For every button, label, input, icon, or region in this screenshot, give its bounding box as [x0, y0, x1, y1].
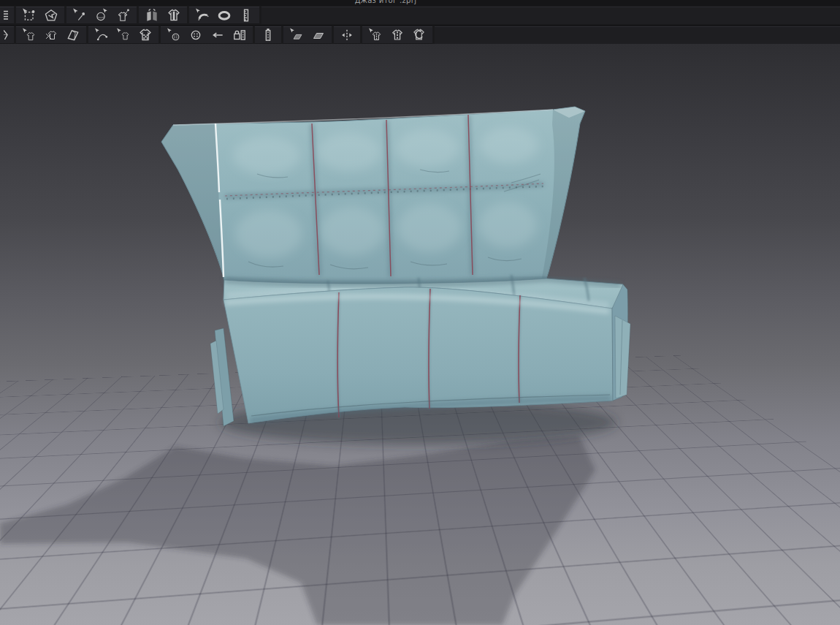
toolbar-group-arrangement: [139, 7, 187, 24]
tack-on-avatar-tool-button[interactable]: [164, 7, 183, 23]
symmetric-arrange-tool-button[interactable]: [337, 27, 356, 43]
marvelous-designer-window: Джаз итог .zprj: [0, 0, 840, 625]
attach-buttonhole-tool-button[interactable]: [208, 27, 227, 43]
ruler-icon: [239, 8, 253, 23]
brush-tool-button[interactable]: [4, 27, 10, 43]
symmetric-arrange-icon: [340, 28, 354, 42]
select-texture-tool-button[interactable]: [114, 27, 133, 43]
toolbar-group-garment: [16, 26, 86, 44]
toolbar-group-stitch: [362, 26, 432, 44]
edit-texture-icon: [138, 28, 153, 42]
toolbar-group-pins: [66, 7, 137, 24]
pattern-list-tool-button[interactable]: [4, 7, 10, 23]
fold-arrangement-tool-button[interactable]: [142, 7, 161, 23]
edit-sewing-icon: [94, 28, 109, 42]
lock-zipper-icon: [232, 28, 247, 42]
attach-buttonhole-icon: [210, 28, 225, 42]
rotate-texture-icon: [412, 28, 427, 42]
edit-stitch-icon: [368, 28, 383, 42]
sofa-left-wing: [161, 123, 224, 280]
tack-on-avatar-icon: [167, 8, 181, 23]
stitch-tool-button[interactable]: [388, 27, 407, 43]
scene-svg: [0, 44, 840, 625]
pattern-list-icon: [4, 9, 10, 22]
edit-stitch-tool-button[interactable]: [366, 27, 385, 43]
remove-garment-tool-button[interactable]: [42, 27, 61, 43]
select-pin-tool-button[interactable]: [70, 7, 89, 23]
select-pin-icon: [72, 8, 87, 23]
toolbar-empty-area: [435, 26, 840, 44]
toolbar-group-clipped-2: [0, 26, 14, 44]
toolbar-group-clipped-1: [0, 7, 14, 24]
tape-measure-icon: [195, 8, 210, 23]
select-garment-icon: [22, 28, 37, 42]
mirror-plane-tool-button[interactable]: [309, 27, 328, 43]
select-texture-icon: [116, 28, 131, 42]
zipper-icon: [261, 28, 275, 42]
fold-garment-icon: [66, 28, 80, 42]
toolbar-row-2: [0, 26, 840, 45]
circumference-tape-icon: [217, 8, 232, 23]
toolbar-group-symmetry: [334, 26, 360, 44]
mirror-plane-icon: [311, 28, 326, 42]
attach-button-tool-button[interactable]: [186, 27, 205, 43]
edit-pattern-icon: [44, 8, 58, 23]
pin-tool-button[interactable]: [92, 7, 111, 23]
select-plane-tool-button[interactable]: [287, 27, 306, 43]
select-plane-icon: [289, 28, 304, 42]
viewport-3d[interactable]: [0, 44, 840, 625]
select-button-tool-button[interactable]: [164, 27, 183, 43]
cast-shadow: [0, 401, 616, 625]
edit-texture-tool-button[interactable]: [136, 27, 155, 43]
toolbar-row-1: [0, 6, 840, 26]
sofa-model[interactable]: [161, 107, 630, 426]
edit-sewing-tool-button[interactable]: [92, 27, 111, 43]
tape-measure-tool-button[interactable]: [193, 7, 212, 23]
select-garment-tool-button[interactable]: [20, 27, 39, 43]
circumference-tape-tool-button[interactable]: [215, 7, 234, 23]
select-button-icon: [167, 28, 181, 42]
sofa-right-skirt: [615, 316, 630, 398]
pin-icon: [94, 8, 109, 23]
toolbar-group-measure: [189, 7, 259, 24]
zipper-tool-button[interactable]: [259, 27, 278, 43]
toolbar-empty-area: [261, 7, 840, 24]
transform-pattern-icon: [22, 8, 37, 23]
remove-garment-icon: [44, 28, 58, 42]
tack-garment-tool-button[interactable]: [114, 7, 133, 23]
brush-icon: [4, 29, 10, 42]
attach-button-icon: [188, 28, 203, 42]
edit-pattern-tool-button[interactable]: [42, 7, 61, 23]
fold-garment-tool-button[interactable]: [64, 27, 83, 43]
toolbar-group-sewing-texture: [88, 26, 159, 44]
window-title: Джаз итог .zprj: [355, 0, 417, 6]
lock-zipper-tool-button[interactable]: [230, 27, 249, 43]
ruler-tool-button[interactable]: [237, 7, 256, 23]
toolbar-group-pattern: [16, 7, 64, 24]
transform-pattern-tool-button[interactable]: [20, 7, 39, 23]
toolbar-group-zipper: [255, 26, 281, 44]
fold-arrangement-icon: [145, 8, 159, 23]
rotate-texture-tool-button[interactable]: [410, 27, 429, 43]
toolbar-group-buttons: [161, 26, 253, 44]
toolbar-group-plane: [283, 26, 332, 44]
window-titlebar: Джаз итог .zprj: [0, 0, 840, 6]
tack-garment-icon: [116, 8, 131, 23]
stitch-icon: [390, 28, 405, 42]
